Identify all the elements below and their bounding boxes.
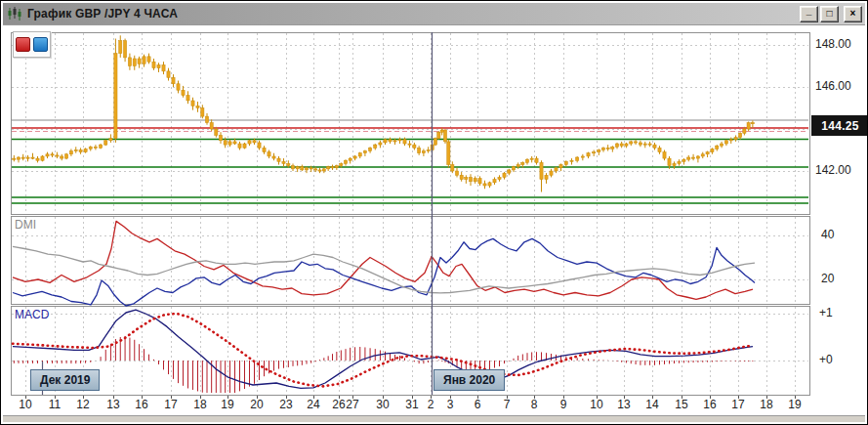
x-axis-label: 16 bbox=[697, 398, 723, 411]
x-axis-label: 23 bbox=[273, 398, 299, 411]
x-axis-label: 9 bbox=[551, 398, 576, 411]
series-toolbar bbox=[13, 31, 51, 58]
x-axis-label: 11 bbox=[42, 398, 67, 411]
x-axis-label: 20 bbox=[244, 398, 269, 411]
y-axis-label: +0 bbox=[819, 353, 833, 366]
blue-series-button[interactable] bbox=[33, 37, 48, 52]
x-axis-label: 3 bbox=[437, 398, 463, 411]
x-axis-label: 19 bbox=[215, 398, 240, 411]
x-axis-label: 8 bbox=[521, 398, 547, 411]
x-axis-label: 30 bbox=[370, 398, 395, 411]
red-series-button[interactable] bbox=[16, 37, 30, 52]
x-axis-label: 24 bbox=[301, 398, 326, 411]
current-price-badge: 144.25 bbox=[811, 115, 868, 136]
x-axis-label: 19 bbox=[782, 398, 807, 411]
dmi-panel-label: DMI bbox=[15, 218, 36, 232]
x-axis-label: 18 bbox=[754, 398, 779, 411]
chart-canvas[interactable] bbox=[1, 1, 868, 425]
x-axis-label: 7 bbox=[494, 398, 519, 411]
x-axis-label: 17 bbox=[725, 398, 751, 411]
x-axis-label: 18 bbox=[187, 398, 213, 411]
month-badge-dec-2019: Дек 2019 bbox=[30, 369, 100, 391]
y-axis-label: 148.00 bbox=[815, 37, 851, 51]
macd-panel-label: MACD bbox=[15, 308, 49, 321]
y-axis-label: 40 bbox=[821, 228, 834, 241]
x-axis-label: 17 bbox=[158, 398, 184, 411]
x-axis-label: 6 bbox=[465, 398, 490, 411]
y-axis-label: 146.00 bbox=[815, 79, 851, 93]
x-axis-label: 12 bbox=[70, 398, 96, 411]
x-axis-label: 16 bbox=[129, 398, 154, 411]
x-axis-label: 10 bbox=[584, 398, 609, 411]
y-axis-label: 142.00 bbox=[815, 163, 851, 177]
chart-window: График GBP /JPY 4 ЧАСА _ □ × DMI MACD 14… bbox=[0, 0, 868, 425]
maximize-button[interactable]: □ bbox=[820, 6, 839, 22]
candlestick-chart-icon bbox=[6, 6, 23, 21]
x-axis-label: 13 bbox=[611, 398, 637, 411]
y-axis-label: 20 bbox=[821, 272, 834, 285]
x-axis-label: 13 bbox=[101, 398, 126, 411]
y-axis-label: +1 bbox=[819, 306, 833, 319]
x-axis-label: 14 bbox=[640, 398, 665, 411]
title-bar[interactable]: График GBP /JPY 4 ЧАСА _ □ × bbox=[3, 3, 865, 25]
window-bottom-frame[interactable] bbox=[3, 415, 865, 422]
month-badge-jan-2020: Янв 2020 bbox=[434, 369, 505, 391]
close-button[interactable]: × bbox=[844, 6, 862, 22]
x-axis-label: 15 bbox=[669, 398, 694, 411]
x-axis-label: 27 bbox=[340, 398, 365, 411]
x-axis-label: 10 bbox=[13, 398, 38, 411]
window-title: График GBP /JPY 4 ЧАСА bbox=[27, 7, 178, 21]
minimize-button[interactable]: _ bbox=[800, 6, 818, 22]
